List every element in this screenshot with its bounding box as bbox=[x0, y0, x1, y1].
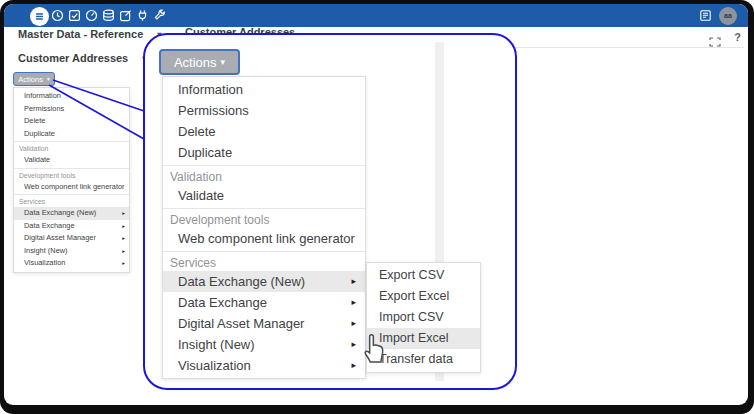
menu-item-duplicate[interactable]: Duplicate bbox=[163, 142, 365, 163]
submenu-arrow-icon: ▸ bbox=[351, 355, 356, 376]
actions-menu: Information Permissions Delete Duplicate… bbox=[13, 87, 130, 273]
actions-button-magnified[interactable]: Actions ▾ bbox=[159, 49, 240, 75]
submenu-item-export-csv[interactable]: Export CSV bbox=[367, 265, 480, 286]
menu-section-services: Services bbox=[14, 194, 129, 207]
active-module-icon[interactable] bbox=[30, 7, 49, 26]
menu-section-services: Services bbox=[163, 251, 365, 271]
submenu-arrow-icon: ▸ bbox=[351, 292, 356, 313]
menu-item-insight-new[interactable]: Insight (New)▸ bbox=[163, 334, 365, 355]
submenu-arrow-icon: ▸ bbox=[122, 232, 125, 245]
plug-icon[interactable] bbox=[135, 9, 149, 23]
menu-item-digital-asset-manager[interactable]: Digital Asset Manager▸ bbox=[14, 232, 129, 245]
menu-item-permissions[interactable]: Permissions bbox=[14, 103, 129, 116]
chevron-down-icon: ▾ bbox=[47, 76, 50, 82]
menu-item-permissions[interactable]: Permissions bbox=[163, 100, 365, 121]
menu-item-information[interactable]: Information bbox=[163, 79, 365, 100]
menu-item-insight-new[interactable]: Insight (New)▸ bbox=[14, 245, 129, 258]
board-icon[interactable] bbox=[698, 9, 712, 23]
menu-item-data-exchange-new[interactable]: Data Exchange (New)▸ bbox=[163, 271, 365, 292]
menu-item-validate[interactable]: Validate bbox=[14, 154, 129, 167]
menu-item-information[interactable]: Information bbox=[14, 90, 129, 103]
submenu-arrow-icon: ▸ bbox=[351, 334, 356, 355]
menu-item-digital-asset-manager[interactable]: Digital Asset Manager▸ bbox=[163, 313, 365, 334]
submenu-arrow-icon: ▸ bbox=[122, 257, 125, 270]
menu-item-validate[interactable]: Validate bbox=[163, 185, 365, 206]
user-avatar[interactable]: aa bbox=[719, 7, 737, 25]
data-exchange-submenu: Export CSV Export Excel Import CSV Impor… bbox=[366, 262, 481, 373]
top-navigation-bar: aa bbox=[4, 4, 748, 27]
help-icon[interactable]: ? bbox=[734, 31, 741, 43]
menu-item-web-component-link-generator[interactable]: Web component link generator bbox=[163, 228, 365, 249]
submenu-item-import-csv[interactable]: Import CSV bbox=[367, 307, 480, 328]
chevron-down-icon: ▾ bbox=[221, 57, 226, 67]
submenu-item-export-excel[interactable]: Export Excel bbox=[367, 286, 480, 307]
fullscreen-icon[interactable] bbox=[709, 33, 721, 51]
submenu-arrow-icon: ▸ bbox=[122, 207, 125, 220]
menu-item-delete[interactable]: Delete bbox=[14, 115, 129, 128]
wrench-icon[interactable] bbox=[152, 9, 166, 23]
gauge-icon[interactable] bbox=[84, 9, 98, 23]
submenu-item-transfer-data[interactable]: Transfer data bbox=[367, 349, 480, 370]
actions-button-label: Actions bbox=[174, 55, 217, 70]
menu-item-data-exchange[interactable]: Data Exchange▸ bbox=[14, 220, 129, 233]
actions-menu-magnified: Information Permissions Delete Duplicate… bbox=[162, 76, 366, 379]
menu-section-validation: Validation bbox=[14, 141, 129, 154]
menu-item-visualization[interactable]: Visualization▸ bbox=[14, 257, 129, 270]
dataset-dropdown-label: Master Data - Reference bbox=[18, 28, 143, 40]
menu-item-web-component-link-generator[interactable]: Web component link generator bbox=[14, 181, 129, 194]
submenu-arrow-icon: ▸ bbox=[122, 245, 125, 258]
menu-section-development-tools: Development tools bbox=[14, 168, 129, 181]
list-circle-icon bbox=[34, 11, 45, 22]
submenu-item-import-excel[interactable]: Import Excel bbox=[367, 328, 480, 349]
zoom-callout: Actions ▾ Information Permissions Delete… bbox=[143, 33, 517, 390]
app-window: aa Customer Addresses ? Master Data - Re… bbox=[0, 0, 754, 414]
submenu-arrow-icon: ▸ bbox=[122, 220, 125, 233]
view-dropdown-label: Customer Addresses bbox=[18, 52, 128, 64]
actions-button[interactable]: Actions ▾ bbox=[13, 72, 55, 86]
menu-section-validation: Validation bbox=[163, 165, 365, 185]
submenu-arrow-icon: ▸ bbox=[351, 313, 356, 334]
menu-item-data-exchange-new[interactable]: Data Exchange (New)▸ bbox=[14, 207, 129, 220]
check-square-icon[interactable] bbox=[67, 9, 81, 23]
database-icon[interactable] bbox=[101, 9, 115, 23]
actions-button-label: Actions bbox=[18, 75, 43, 84]
dataset-dropdown[interactable]: Master Data - Reference ▾ bbox=[18, 28, 161, 40]
menu-item-visualization[interactable]: Visualization▸ bbox=[163, 355, 365, 376]
edit-square-icon[interactable] bbox=[118, 9, 132, 23]
menu-item-duplicate[interactable]: Duplicate bbox=[14, 128, 129, 141]
menu-section-development-tools: Development tools bbox=[163, 208, 365, 228]
view-dropdown[interactable]: Customer Addresses ▾ bbox=[18, 52, 146, 64]
clock-icon[interactable] bbox=[50, 9, 64, 23]
submenu-arrow-icon: ▸ bbox=[351, 271, 356, 292]
menu-item-data-exchange[interactable]: Data Exchange▸ bbox=[163, 292, 365, 313]
menu-item-delete[interactable]: Delete bbox=[163, 121, 365, 142]
